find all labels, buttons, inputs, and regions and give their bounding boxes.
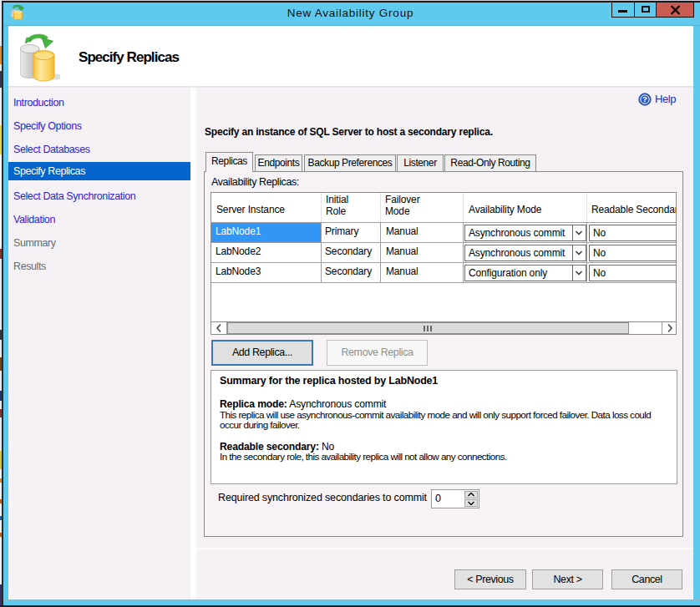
svg-text:?: ? [642,94,647,104]
